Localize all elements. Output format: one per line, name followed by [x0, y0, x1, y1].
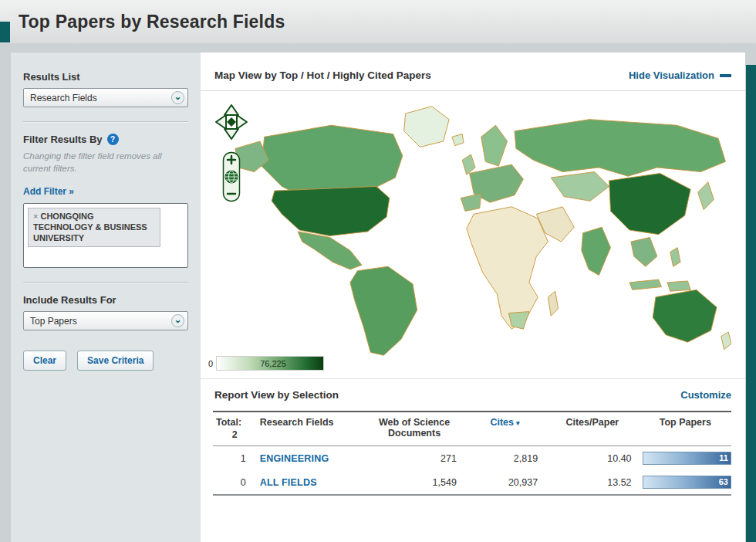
map-uk [462, 154, 475, 174]
include-results-select[interactable]: Top Papers ⌄ [23, 311, 188, 330]
map-legend: 0 76,225 [208, 356, 324, 371]
map-china [609, 173, 691, 234]
help-icon[interactable]: ? [107, 134, 119, 145]
chevron-down-icon: ⌄ [171, 91, 184, 104]
top-papers-bar: 11 [643, 452, 731, 465]
customize-link[interactable]: Customize [680, 389, 731, 401]
filter-tag[interactable]: ×CHONGQING TECHNOLOGY & BUSINESS UNIVERS… [28, 208, 160, 247]
map-zoom-control[interactable] [222, 151, 241, 205]
map-indonesia [629, 279, 661, 290]
sort-descending-icon: ▾ [516, 419, 520, 427]
hide-visualization-link[interactable]: Hide Visualization [629, 69, 731, 81]
corner-accent [0, 22, 10, 42]
include-results-label: Include Results For [23, 294, 188, 306]
map-new-zealand [721, 332, 731, 350]
clear-button[interactable]: Clear [23, 351, 66, 371]
rank-cell: 0 [213, 470, 257, 495]
map-south-america [350, 266, 417, 355]
field-link-all-fields[interactable]: ALL FIELDS [260, 477, 317, 488]
rank-cell: 1 [213, 446, 257, 471]
cites-cell: 20,937 [464, 470, 545, 495]
cites-per-paper-cell: 10.40 [545, 446, 639, 471]
map-pan-control[interactable] [214, 103, 248, 144]
map-se-asia [631, 237, 657, 266]
map-indonesia-east [667, 281, 690, 291]
top-papers-cell: 11 [640, 446, 731, 471]
sidebar-divider [23, 121, 188, 123]
map-usa [272, 186, 390, 235]
pan-right-icon [237, 115, 247, 129]
hide-visualization-label: Hide Visualization [629, 69, 714, 81]
field-cell: ENGINEERING [257, 446, 365, 471]
legend-gradient-bar: 76,225 [216, 356, 324, 371]
col-research-fields: Research Fields [257, 412, 365, 446]
main-panel: Map View by Top / Hot / Highly Cited Pap… [201, 53, 745, 542]
right-scroll-strip[interactable] [746, 65, 756, 542]
col-cites: Cites▾ [464, 412, 545, 446]
docs-cell: 271 [364, 446, 464, 471]
top-papers-cell: 63 [640, 470, 731, 495]
sidebar: Results List Research Fields ⌄ Filter Re… [11, 53, 201, 542]
world-map[interactable]: 0 76,225 [201, 91, 745, 378]
remove-filter-icon[interactable]: × [33, 212, 38, 221]
report-table: Total: 2 Research Fields Web of Science … [213, 411, 731, 496]
legend-max-value: 76,225 [260, 359, 286, 368]
col-top-papers: Top Papers [640, 412, 731, 446]
results-list-select[interactable]: Research Fields ⌄ [23, 88, 188, 107]
report-header: Report View by Selection Customize [201, 378, 745, 411]
save-criteria-button[interactable]: Save Criteria [77, 351, 154, 371]
include-results-value: Top Papers [30, 316, 77, 327]
total-value: 2 [216, 429, 254, 440]
cites-cell: 2,819 [464, 446, 545, 471]
field-link-engineering[interactable]: ENGINEERING [260, 453, 329, 464]
top-papers-value: 11 [719, 453, 728, 462]
title-bar: Top Papers by Research Fields [0, 0, 756, 43]
total-label: Total: [216, 417, 254, 428]
report-view-title: Report View by Selection [214, 389, 339, 401]
pan-left-icon [216, 115, 226, 129]
content-area: Results List Research Fields ⌄ Filter Re… [11, 53, 745, 542]
map-philippines [670, 248, 680, 267]
add-filter-link[interactable]: Add Filter » [23, 186, 74, 197]
col-total: Total: 2 [213, 412, 257, 446]
map-iceland [452, 134, 464, 146]
minimize-icon [720, 74, 731, 77]
chevron-down-icon: ⌄ [171, 314, 184, 327]
top-papers-bar: 63 [643, 476, 731, 489]
field-cell: ALL FIELDS [257, 470, 365, 495]
map-header: Map View by Top / Hot / Highly Cited Pap… [201, 53, 745, 91]
results-list-value: Research Fields [30, 93, 97, 103]
sidebar-divider [23, 282, 188, 283]
cites-sort-label: Cites [490, 417, 514, 428]
page-title: Top Papers by Research Fields [19, 12, 285, 32]
cites-per-paper-cell: 13.52 [545, 470, 639, 495]
filter-results-label: Filter Results By [23, 134, 103, 145]
filter-box: ×CHONGQING TECHNOLOGY & BUSINESS UNIVERS… [23, 203, 188, 268]
table-header-row: Total: 2 Research Fields Web of Science … [213, 412, 731, 446]
filter-note: Changing the filter field removes all cu… [23, 151, 188, 174]
map-mexico [298, 232, 362, 269]
results-list-label: Results List [23, 71, 188, 83]
filter-tag-label: CHONGQING TECHNOLOGY & BUSINESS UNIVERSI… [33, 212, 147, 242]
map-africa [467, 207, 548, 329]
world-map-svg [222, 97, 731, 363]
top-papers-value: 63 [719, 477, 728, 486]
pan-down-icon [224, 129, 238, 139]
table-row: 1 ENGINEERING 271 2,819 10.40 11 [213, 446, 731, 471]
map-madagascar [548, 291, 558, 316]
cites-sort-link[interactable]: Cites▾ [490, 417, 519, 428]
map-greenland [404, 107, 449, 147]
table-row: 0 ALL FIELDS 1,549 20,937 13.52 63 [213, 470, 731, 495]
docs-cell: 1,549 [364, 470, 464, 495]
col-cites-per-paper: Cites/Paper [545, 412, 639, 446]
map-japan [698, 182, 714, 210]
map-australia [653, 290, 717, 342]
map-scandinavia [481, 125, 508, 166]
pan-up-icon [224, 105, 238, 115]
pan-center-icon [227, 117, 236, 127]
map-central-asia [551, 172, 609, 202]
map-south-africa [508, 312, 528, 330]
col-wos-documents: Web of Science Documents [364, 412, 464, 446]
map-india [582, 227, 611, 275]
map-russia [515, 120, 725, 177]
